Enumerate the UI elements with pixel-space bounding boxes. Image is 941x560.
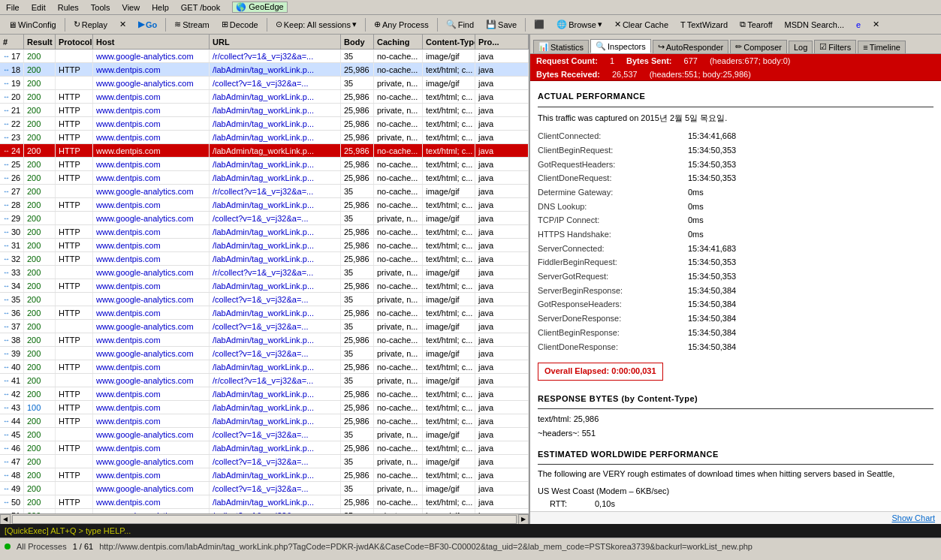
menu-help[interactable]: Help: [149, 3, 172, 12]
table-row[interactable]: ↔ 24 200 HTTP www.dentpis.com /labAdmin/…: [0, 144, 529, 158]
cell-num: ↔ 35: [0, 293, 24, 306]
scroll-right-arrow[interactable]: ▶: [518, 514, 529, 525]
table-row[interactable]: ↔ 30 200 HTTP www.dentpis.com /labAdmin/…: [0, 225, 529, 239]
quick-exec-bar[interactable]: [QuickExec] ALT+Q > type HELP...: [0, 524, 941, 537]
session-rows[interactable]: ↔ 17 200 www.google-analytics.com /r/col…: [0, 50, 529, 513]
fiddler-icon-button[interactable]: ⬛: [529, 17, 550, 32]
tab-log[interactable]: Log: [789, 41, 813, 53]
table-row[interactable]: ↔ 18 200 HTTP www.dentpis.com /labAdmin/…: [0, 63, 529, 77]
x-button[interactable]: ✕: [114, 17, 131, 32]
table-row[interactable]: ↔ 25 200 HTTP www.dentpis.com /labAdmin/…: [0, 158, 529, 171]
table-row[interactable]: ↔ 40 200 HTTP www.dentpis.com /labAdmin/…: [0, 360, 529, 374]
table-row[interactable]: ↔ 45 200 www.google-analytics.com /colle…: [0, 428, 529, 441]
close-button[interactable]: ✕: [867, 17, 885, 32]
tab-statistics[interactable]: 📊 Statistics: [533, 40, 589, 53]
table-row[interactable]: ↔ 41 200 www.google-analytics.com /r/col…: [0, 374, 529, 387]
menu-rules[interactable]: Rules: [55, 3, 82, 12]
any-process-button[interactable]: ⊕ Any Process: [369, 17, 434, 32]
cell-content-type: text/html; c...: [423, 131, 475, 143]
table-row[interactable]: ↔ 47 200 www.google-analytics.com /colle…: [0, 455, 529, 468]
table-row[interactable]: ↔ 28 200 HTTP www.dentpis.com /labAdmin/…: [0, 198, 529, 212]
table-row[interactable]: ↔ 21 200 HTTP www.dentpis.com /labAdmin/…: [0, 104, 529, 117]
table-row[interactable]: ↔ 42 200 HTTP www.dentpis.com /labAdmin/…: [0, 387, 529, 401]
tab-timeline[interactable]: ≡ Timeline: [858, 41, 906, 53]
table-row[interactable]: ↔ 32 200 HTTP www.dentpis.com /labAdmin/…: [0, 252, 529, 266]
cell-host: www.dentpis.com: [93, 306, 210, 319]
table-row[interactable]: ↔ 44 200 HTTP www.dentpis.com /labAdmin/…: [0, 414, 529, 428]
table-row[interactable]: ↔ 38 200 HTTP www.dentpis.com /labAdmin/…: [0, 333, 529, 347]
table-row[interactable]: ↔ 34 200 HTTP www.dentpis.com /labAdmin/…: [0, 279, 529, 293]
table-row[interactable]: ↔ 26 200 HTTP www.dentpis.com /labAdmin/…: [0, 171, 529, 185]
table-row[interactable]: ↔ 22 200 HTTP www.dentpis.com /labAdmin/…: [0, 117, 529, 131]
table-row[interactable]: ↔ 33 200 www.google-analytics.com /r/col…: [0, 266, 529, 279]
row-icon: ↔: [3, 269, 10, 276]
table-row[interactable]: ↔ 27 200 www.google-analytics.com /r/col…: [0, 185, 529, 198]
row-icon: ↔: [3, 296, 10, 303]
browse-button[interactable]: 🌐 Browse ▾: [551, 17, 608, 32]
go-button[interactable]: ▶ Go: [133, 17, 162, 32]
show-chart-link[interactable]: Show Chart: [892, 513, 935, 522]
table-row[interactable]: ↔ 31 200 HTTP www.dentpis.com /labAdmin/…: [0, 239, 529, 252]
replay-button[interactable]: ↻ Replay: [68, 17, 113, 32]
table-row[interactable]: ↔ 35 200 www.google-analytics.com /colle…: [0, 293, 529, 306]
tab-autoresponder[interactable]: ↪ AutoResponder: [653, 40, 728, 53]
cell-process: java: [475, 347, 529, 360]
all-processes-label[interactable]: All Processes: [17, 542, 67, 551]
col-header-caching[interactable]: Caching: [374, 35, 423, 49]
table-row[interactable]: ↔ 19 200 www.google-analytics.com /colle…: [0, 77, 529, 90]
col-header-host[interactable]: Host: [93, 35, 210, 49]
table-row[interactable]: ↔ 37 200 www.google-analytics.com /colle…: [0, 320, 529, 333]
keep-button[interactable]: ⊙ Keep: All sessions ▾: [270, 17, 362, 32]
row-icon: ↔: [3, 336, 10, 344]
cell-content-type: image/gif: [423, 374, 475, 387]
text-wizard-button[interactable]: T TextWizard: [675, 18, 733, 32]
cell-url: /labAdmin/tag_workLink.p...: [210, 306, 341, 319]
find-button[interactable]: 🔍 Find: [441, 17, 479, 32]
table-row[interactable]: ↔ 17 200 www.google-analytics.com /r/col…: [0, 50, 529, 63]
table-row[interactable]: ↔ 36 200 HTTP www.dentpis.com /labAdmin/…: [0, 306, 529, 320]
col-header-protocol[interactable]: Protocol: [56, 35, 93, 49]
tab-inspectors[interactable]: 🔍 Inspectors: [590, 39, 651, 53]
table-row[interactable]: ↔ 49 200 www.google-analytics.com /colle…: [0, 482, 529, 495]
table-row[interactable]: ↔ 29 200 www.google-analytics.com /colle…: [0, 212, 529, 225]
winconfig-button[interactable]: 🖥 WinConfig: [3, 18, 62, 32]
horizontal-scrollbar[interactable]: ◀ ▶: [0, 513, 529, 524]
cell-result: 200: [24, 293, 56, 306]
cell-result: 200: [24, 252, 56, 265]
table-row[interactable]: ↔ 20 200 HTTP www.dentpis.com /labAdmin/…: [0, 90, 529, 104]
table-row[interactable]: ↔ 48 200 HTTP www.dentpis.com /labAdmin/…: [0, 468, 529, 482]
cell-body: 35: [341, 374, 374, 387]
table-row[interactable]: ↔ 46 200 HTTP www.dentpis.com /labAdmin/…: [0, 441, 529, 455]
tearoff-button[interactable]: ⧉ Tearoff: [734, 17, 777, 32]
menu-file[interactable]: File: [3, 3, 23, 12]
cell-num: ↔ 39: [0, 347, 24, 360]
cell-result: 200: [24, 320, 56, 333]
tab-filters[interactable]: ☑ Filters: [814, 40, 856, 53]
table-row[interactable]: ↔ 43 100 HTTP www.dentpis.com /labAdmin/…: [0, 401, 529, 414]
col-header-process[interactable]: Pro...: [475, 35, 529, 49]
col-header-url[interactable]: URL: [210, 35, 341, 49]
menu-tools[interactable]: Tools: [88, 3, 113, 12]
internet-explorer-button[interactable]: e: [851, 18, 866, 32]
stream-button[interactable]: ≋ Stream: [169, 17, 214, 32]
table-row[interactable]: ↔ 39 200 www.google-analytics.com /colle…: [0, 347, 529, 360]
table-row[interactable]: ↔ 23 200 HTTP www.dentpis.com /labAdmin/…: [0, 131, 529, 144]
menu-edit[interactable]: Edit: [29, 3, 49, 12]
save-button[interactable]: 💾 Save: [481, 17, 522, 32]
table-row[interactable]: ↔ 50 200 HTTP www.dentpis.com /labAdmin/…: [0, 495, 529, 509]
scroll-track[interactable]: [12, 515, 517, 524]
clear-cache-button[interactable]: ✕ Clear Cache: [609, 17, 674, 32]
cell-num: ↔ 45: [0, 428, 24, 441]
col-header-num[interactable]: #: [0, 35, 24, 49]
col-header-body[interactable]: Body: [341, 35, 374, 49]
decode-button[interactable]: ⊞ Decode: [216, 17, 264, 32]
col-header-result[interactable]: Result: [24, 35, 56, 49]
menu-get-book[interactable]: GET /book: [178, 3, 223, 12]
cell-num: ↔ 38: [0, 333, 24, 346]
geoedge-label[interactable]: 🌎 GeoEdge: [232, 2, 288, 13]
scroll-left-arrow[interactable]: ◀: [0, 514, 11, 525]
menu-view[interactable]: View: [119, 3, 143, 12]
msdn-search-button[interactable]: MSDN Search...: [780, 18, 849, 32]
col-header-content-type[interactable]: Content-Type: [423, 35, 475, 49]
tab-composer[interactable]: ✏ Composer: [730, 40, 787, 53]
